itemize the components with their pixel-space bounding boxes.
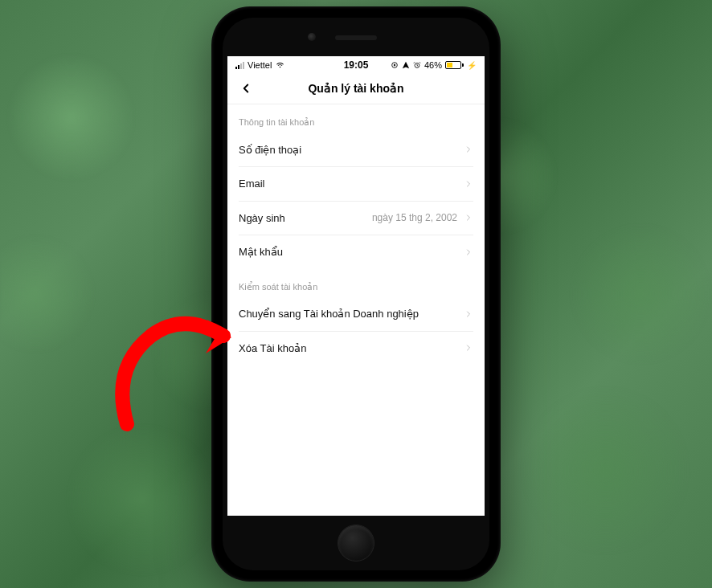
- back-button[interactable]: [232, 75, 260, 102]
- row-delete-account[interactable]: Xóa Tài khoản: [227, 331, 485, 365]
- row-label: Ngày sinh: [239, 212, 285, 224]
- chevron-right-icon: [464, 343, 473, 353]
- phone-screen: Viettel 19:05: [227, 56, 485, 516]
- chevron-right-icon: [464, 247, 473, 257]
- row-password[interactable]: Mật khẩu: [227, 235, 485, 269]
- app-header: Quản lý tài khoản: [227, 72, 485, 104]
- status-left: Viettel: [235, 60, 285, 70]
- row-label: Xóa Tài khoản: [239, 342, 306, 354]
- chevron-left-icon: [239, 81, 253, 96]
- section-header-account-info: Thông tin tài khoản: [227, 104, 485, 133]
- chevron-right-icon: [464, 145, 473, 154]
- wifi-icon: [275, 61, 285, 69]
- row-switch-business[interactable]: Chuyển sang Tài khoản Doanh nghiệp: [227, 297, 485, 331]
- phone-speaker: [335, 35, 377, 40]
- home-button[interactable]: [338, 525, 374, 561]
- chevron-right-icon: [464, 309, 473, 319]
- row-label: Số điện thoại: [239, 144, 301, 156]
- row-phone[interactable]: Số điện thoại: [227, 133, 485, 166]
- orientation-icon: [391, 61, 399, 69]
- alarm-icon: [413, 61, 421, 69]
- battery-percent: 46%: [424, 60, 442, 70]
- location-icon: [402, 61, 410, 69]
- battery-icon: [445, 61, 464, 69]
- status-bar: Viettel 19:05: [227, 56, 485, 72]
- phone-frame: Viettel 19:05: [211, 6, 501, 582]
- phone-inner: Viettel 19:05: [223, 18, 489, 570]
- status-time: 19:05: [344, 59, 369, 71]
- section-header-account-control: Kiểm soát tài khoản: [227, 269, 485, 297]
- phone-camera: [308, 33, 316, 41]
- signal-bars-icon: [235, 61, 244, 69]
- carrier-label: Viettel: [248, 60, 272, 70]
- row-email[interactable]: Email: [227, 167, 485, 201]
- chevron-right-icon: [464, 179, 473, 189]
- charging-icon: ⚡: [467, 61, 477, 70]
- row-value: ngày 15 thg 2, 2002: [372, 212, 457, 223]
- row-label: Chuyển sang Tài khoản Doanh nghiệp: [239, 308, 419, 320]
- page-title: Quản lý tài khoản: [308, 82, 403, 95]
- status-right: 46% ⚡: [391, 60, 477, 70]
- chevron-right-icon: [464, 213, 473, 223]
- row-label: Email: [239, 178, 265, 190]
- row-label: Mật khẩu: [239, 246, 283, 258]
- row-birthday[interactable]: Ngày sinh ngày 15 thg 2, 2002: [227, 201, 485, 235]
